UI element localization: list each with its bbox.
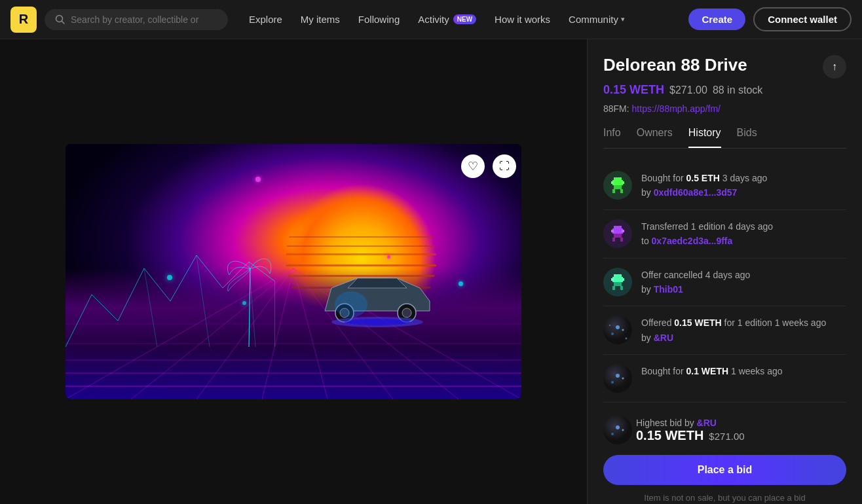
history-actor-link[interactable]: 0x7aedc2d3a...9ffa: [652, 236, 733, 246]
artwork: [66, 144, 521, 399]
svg-rect-35: [611, 230, 614, 232]
logo[interactable]: R: [10, 7, 37, 33]
main-content: ♡ ⛶ Delorean 88 Drive ↑ 0.15 WETH $271.0…: [0, 39, 862, 504]
avatar: [603, 315, 632, 344]
svg-point-59: [611, 433, 614, 435]
left-panel: ♡ ⛶: [0, 39, 587, 504]
svg-line-15: [144, 268, 157, 347]
history-actor-link[interactable]: 0xdfd60a8e1...3d57: [654, 187, 738, 198]
highest-bid-row: Highest bid by &RU 0.15 WETH $271.00: [603, 416, 846, 444]
svg-point-56: [622, 378, 624, 380]
history-text: Bought for 0.5 ETH 3 days ago by 0xdfd60…: [641, 171, 767, 200]
svg-rect-43: [622, 278, 624, 281]
svg-rect-44: [614, 282, 622, 286]
history-text: Transferred 1 edition 4 days ago to 0x7a…: [641, 219, 773, 249]
search-icon: [55, 14, 66, 25]
tabs: Info Owners History Bids: [603, 127, 846, 149]
svg-point-52: [626, 338, 628, 340]
stock-count: 88 in stock: [713, 84, 762, 96]
history-text: Offer cancelled 4 days ago by Thib01: [641, 268, 750, 297]
svg-rect-27: [612, 180, 623, 185]
svg-rect-53: [603, 364, 632, 393]
search-input[interactable]: [71, 14, 202, 25]
svg-rect-57: [603, 416, 632, 444]
svg-point-22: [402, 308, 411, 317]
svg-rect-38: [612, 238, 615, 242]
bidder-link[interactable]: &RU: [697, 418, 717, 428]
svg-point-50: [622, 329, 624, 331]
svg-rect-33: [614, 226, 622, 228]
history-list: Bought for 0.5 ETH 3 days ago by 0xdfd60…: [603, 162, 846, 403]
history-actor-link[interactable]: &RU: [654, 333, 673, 343]
search-bar: [45, 9, 228, 30]
svg-point-25: [335, 291, 367, 317]
create-button[interactable]: Create: [688, 9, 745, 30]
svg-line-1: [62, 21, 65, 24]
svg-point-49: [611, 333, 614, 335]
svg-rect-30: [614, 185, 622, 189]
history-text: Offered 0.15 WETH for 1 edition 1 weeks …: [641, 315, 826, 345]
expand-icon: ⛶: [499, 160, 510, 172]
avatar: [603, 219, 632, 248]
svg-rect-47: [603, 315, 632, 344]
item-header: Delorean 88 Drive ↑: [603, 55, 846, 83]
heart-button[interactable]: ♡: [461, 154, 485, 178]
heart-icon: ♡: [468, 159, 478, 173]
history-item: Bought for 0.1 WETH 1 weeks ago: [603, 355, 846, 403]
svg-rect-41: [612, 277, 623, 282]
tab-info[interactable]: Info: [603, 127, 621, 148]
tab-history[interactable]: History: [688, 127, 721, 148]
bid-details: Highest bid by &RU 0.15 WETH $271.00: [636, 418, 745, 443]
svg-point-60: [622, 429, 624, 431]
tab-bids[interactable]: Bids: [737, 127, 757, 148]
svg-point-51: [609, 325, 610, 326]
svg-point-24: [345, 319, 410, 325]
right-panel: Delorean 88 Drive ↑ 0.15 WETH $271.00 88…: [587, 39, 862, 504]
history-amount: 0.15 WETH: [674, 317, 721, 328]
chevron-down-icon: ▾: [621, 15, 625, 24]
nav-activity[interactable]: Activity NEW: [410, 9, 484, 30]
history-item: Bought for 0.5 ETH 3 days ago by 0xdfd60…: [603, 162, 846, 210]
history-item: Transferred 1 edition 4 days ago to 0x7a…: [603, 210, 846, 259]
svg-rect-39: [620, 238, 623, 242]
tab-owners[interactable]: Owners: [637, 127, 673, 148]
fm-link[interactable]: https://88mph.app/fm/: [632, 103, 721, 114]
avatar: [603, 268, 632, 297]
svg-line-18: [249, 268, 250, 347]
sale-note: Item is not on sale, but you can place a…: [603, 493, 846, 503]
svg-rect-45: [612, 286, 615, 290]
usd-price: $271.00: [669, 84, 707, 96]
svg-rect-31: [612, 189, 615, 193]
weth-price: 0.15 WETH: [603, 83, 664, 97]
svg-rect-29: [622, 181, 624, 184]
history-item: Offered 0.15 WETH for 1 edition 1 weeks …: [603, 306, 846, 355]
history-amount: 0.5 ETH: [686, 173, 720, 183]
nav-explore[interactable]: Explore: [241, 9, 290, 30]
svg-point-58: [616, 425, 620, 429]
history-text: Bought for 0.1 WETH 1 weeks ago: [641, 364, 783, 378]
nav-my-items[interactable]: My items: [293, 9, 348, 30]
svg-rect-34: [612, 228, 623, 234]
svg-point-55: [611, 381, 614, 384]
highest-bid-weth: 0.15 WETH: [636, 428, 703, 443]
svg-rect-26: [614, 177, 622, 180]
nav-following[interactable]: Following: [350, 9, 407, 30]
svg-point-48: [616, 325, 620, 329]
history-actor-link[interactable]: Thib01: [654, 284, 683, 295]
highest-bid-usd: $271.00: [709, 431, 744, 442]
svg-rect-36: [622, 230, 624, 232]
place-bid-button[interactable]: Place a bid: [603, 455, 846, 485]
nav-community[interactable]: Community ▾: [561, 9, 633, 30]
avatar: [603, 364, 632, 393]
expand-button[interactable]: ⛶: [493, 154, 516, 178]
new-badge: NEW: [453, 14, 476, 24]
connect-wallet-button[interactable]: Connect wallet: [753, 7, 852, 31]
svg-rect-40: [614, 274, 622, 277]
share-icon: ↑: [832, 61, 837, 73]
nav-how-it-works[interactable]: How it works: [487, 9, 558, 30]
history-item: Offer cancelled 4 days ago by Thib01: [603, 259, 846, 307]
share-button[interactable]: ↑: [823, 55, 846, 79]
svg-rect-28: [611, 181, 614, 184]
artwork-container: ♡ ⛶: [66, 144, 521, 399]
svg-rect-32: [620, 189, 623, 193]
